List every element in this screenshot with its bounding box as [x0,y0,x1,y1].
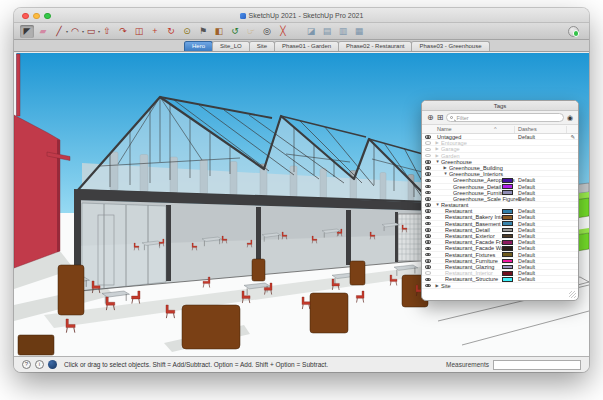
visibility-eye-icon[interactable] [425,259,431,263]
scene-tabs-bar: HeroSite_LOSitePhase01 - GardenPhase02 -… [14,40,589,52]
add-tag-folder-icon[interactable]: ⊞ [437,113,444,123]
zoom-extents-tool-icon[interactable]: ╳ [276,25,290,38]
tags-filter-field[interactable] [446,113,563,122]
tag-color-swatch[interactable] [502,234,513,239]
scene-tab-site-lo[interactable]: Site_LO [212,41,250,51]
account-status-icon[interactable] [568,26,579,37]
tag-color-swatch[interactable] [502,178,513,183]
geolocation-icon[interactable] [48,360,57,369]
display-section-planes-tool-icon[interactable]: ▤ [320,25,334,38]
sketchup-window: SketchUp 2021 - SketchUp Pro 2021 ◤▰╱▾◠▾… [14,8,589,372]
tag-color-swatch[interactable] [502,228,513,233]
visibility-eye-icon[interactable] [425,135,431,139]
disclosure-triangle-icon[interactable]: ▶ [436,283,439,289]
tag-color-swatch[interactable] [502,259,513,264]
display-section-cuts-tool-icon[interactable]: ▥ [336,25,350,38]
help-icon[interactable]: ? [22,360,31,369]
tags-panel-toolbar: ⊕ ⊞ ◉ [422,111,578,125]
resize-grip[interactable] [569,291,576,298]
visibility-eye-icon[interactable] [425,179,431,183]
tag-color-swatch[interactable] [502,265,513,270]
tag-color-swatch[interactable] [502,252,513,257]
main-toolbar: ◤▰╱▾◠▾▭▾⇧↷◫+↻⊙⚑◧↺☞◎╳ ◪▤▥▦ [14,23,589,40]
visibility-eye-icon[interactable] [425,141,431,145]
search-icon [450,116,453,119]
tag-color-swatch[interactable] [502,240,513,245]
measurements-label: Measurements [446,361,489,368]
select-tool-icon[interactable]: ◤ [20,25,34,38]
scene-tab-phase03-greenhouse[interactable]: Phase03 - Greenhouse [411,41,489,51]
visibility-eye-icon[interactable] [425,172,431,176]
visibility-eye-icon[interactable] [425,234,431,238]
tag-color-swatch[interactable] [502,209,513,214]
tag-color-swatch[interactable] [502,221,513,226]
tag-row[interactable]: ▶ Site [422,283,578,289]
visibility-eye-icon[interactable] [425,160,431,164]
push-pull-tool-icon[interactable]: ⇧ [100,25,114,38]
details-icon[interactable]: ◉ [567,114,573,122]
offset-tool-icon[interactable]: ◫ [132,25,146,38]
move-tool-icon[interactable]: + [148,25,162,38]
measurements-input[interactable] [493,360,581,370]
scene-tab-hero[interactable]: Hero [184,41,213,51]
visibility-eye-icon[interactable] [425,271,431,275]
tag-color-swatch[interactable] [502,215,513,220]
visibility-eye-icon[interactable] [425,203,431,207]
instructor-icon[interactable]: i [35,360,44,369]
title-bar[interactable]: SketchUp 2021 - SketchUp Pro 2021 [14,8,589,23]
tag-color-swatch[interactable] [502,271,513,276]
text-tool-icon[interactable]: ⚑ [196,25,210,38]
section-plane-tool-icon[interactable]: ◪ [304,25,318,38]
sketchup-logo-icon [240,13,246,19]
scene-tab-phase01-garden[interactable]: Phase01 - Garden [274,41,339,51]
visibility-eye-icon[interactable] [425,253,431,257]
visibility-eye-icon[interactable] [425,278,431,282]
visibility-eye-icon[interactable] [425,191,431,195]
tags-filter-input[interactable] [456,114,561,121]
tag-color-swatch[interactable] [502,184,513,189]
visibility-eye-icon[interactable] [425,265,431,269]
tags-column-header: Name ^ Dashes [422,125,578,134]
shapes-tool-icon[interactable]: ▭▾ [84,25,98,38]
visibility-eye-icon[interactable] [425,284,431,288]
column-name[interactable]: Name [437,126,452,132]
visibility-eye-icon[interactable] [425,197,431,201]
display-section-fill-tool-icon[interactable]: ▦ [352,25,366,38]
tape-measure-tool-icon[interactable]: ⊙ [180,25,194,38]
scene-tab-site[interactable]: Site [249,41,275,51]
follow-me-tool-icon[interactable]: ↷ [116,25,130,38]
scene-tab-phase02-restaurant[interactable]: Phase02 - Restaurant [338,41,412,51]
add-tag-icon[interactable]: ⊕ [427,113,434,123]
visibility-eye-icon[interactable] [425,240,431,244]
pan-tool-icon[interactable]: ☞ [244,25,258,38]
visibility-eye-icon[interactable] [425,247,431,251]
visibility-eye-icon[interactable] [425,222,431,226]
status-message: Click or drag to select objects. Shift =… [64,361,328,368]
arcs-tool-icon[interactable]: ◠▾ [68,25,82,38]
visibility-eye-icon[interactable] [425,154,431,158]
column-divider [566,126,567,133]
orbit-tool-icon[interactable]: ↺ [228,25,242,38]
tags-list: Untagged Default ✎ ▶ Entourage ▶ Garage … [422,134,578,289]
tags-panel: Tags ⊕ ⊞ ◉ Name ^ Dashes Untagged Defaul… [421,100,579,301]
section-tools-group: ◪▤▥▦ [304,25,368,38]
line-tool-icon[interactable]: ╱▾ [52,25,66,38]
visibility-eye-icon[interactable] [425,209,431,213]
tag-color-swatch[interactable] [502,246,513,251]
status-bar: ? i Click or drag to select objects. Shi… [14,356,589,372]
tags-panel-title[interactable]: Tags [422,101,578,111]
visibility-eye-icon[interactable] [425,148,431,152]
rotate-tool-icon[interactable]: ↻ [164,25,178,38]
tag-color-swatch[interactable] [502,277,513,282]
eraser-tool-icon[interactable]: ▰ [36,25,50,38]
zoom-tool-icon[interactable]: ◎ [260,25,274,38]
sort-indicator[interactable]: ^ [494,126,497,132]
tag-color-swatch[interactable] [502,190,513,195]
paint-bucket-tool-icon[interactable]: ◧ [212,25,226,38]
visibility-eye-icon[interactable] [425,185,431,189]
visibility-eye-icon[interactable] [425,166,431,170]
column-dashes[interactable]: Dashes [518,126,537,132]
column-divider [514,126,515,133]
visibility-eye-icon[interactable] [425,228,431,232]
visibility-eye-icon[interactable] [425,216,431,220]
